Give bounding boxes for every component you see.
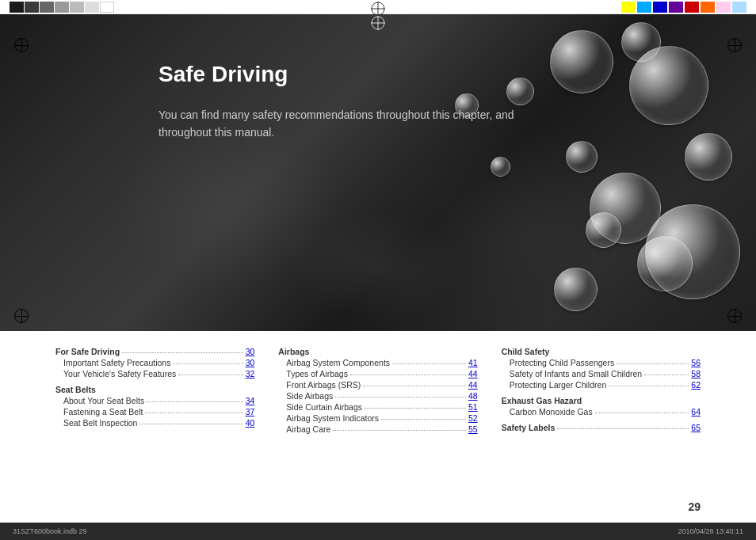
toc-page-safety-precautions[interactable]: 30: [246, 358, 255, 367]
toc-label-airbag-indicators: Airbag System Indicators: [286, 413, 379, 423]
toc-dots: [557, 428, 689, 429]
crosshair-hero-top: [371, 16, 385, 33]
red-swatch: [685, 2, 699, 13]
hero-section: Safe Driving You can find many safety re…: [0, 14, 756, 331]
toc-dots: [122, 352, 243, 353]
toc-item-infants-small-children: Safety of Infants and Small Children 58: [502, 369, 701, 378]
page-wrapper: Safe Driving You can find many safety re…: [0, 0, 756, 540]
footer-left-text: 31SZT600book.indb 29: [13, 527, 87, 535]
lighter-gray-swatch: [70, 2, 84, 13]
toc-section-exhaust-gas: Exhaust Gas Hazard: [502, 396, 701, 405]
toc-page-protecting-child[interactable]: 56: [691, 358, 701, 367]
toc-item-side-airbags: Side Airbags 48: [278, 391, 477, 401]
yellow-swatch: [621, 2, 636, 13]
bottom-section: For Safe Driving 30 Important Safety Pre…: [0, 331, 756, 523]
reg-mark-top-right: [727, 38, 742, 52]
toc-page-side-curtain-airbags[interactable]: 51: [468, 402, 478, 412]
orange-swatch: [701, 2, 715, 13]
color-bar-right: [618, 0, 750, 14]
toc-item-safety-precautions: Important Safety Precautions 30: [55, 358, 254, 367]
toc-column-1: For Safe Driving 30 Important Safety Pre…: [55, 347, 254, 435]
toc-section-safe-driving: For Safe Driving 30: [55, 347, 254, 356]
toc-dots: [335, 397, 466, 397]
toc-section-child-safety: Child Safety: [502, 347, 701, 356]
toc-page-airbag-components[interactable]: 41: [468, 358, 478, 367]
dark-gray-swatch: [25, 2, 39, 13]
toc-page-safe-driving[interactable]: 30: [246, 347, 255, 356]
toc-label-protecting-child: Protecting Child Passengers: [510, 358, 615, 367]
toc-label-types-airbags: Types of Airbags: [286, 369, 348, 378]
toc-page-safety-labels[interactable]: 65: [691, 423, 701, 432]
toc-page-types-airbags[interactable]: 44: [468, 369, 478, 378]
bubble-8: [586, 212, 621, 248]
toc-page-infants-small-children[interactable]: 58: [691, 369, 701, 378]
bubble-6: [566, 141, 598, 173]
toc-item-about-seat-belts: About Your Seat Belts 34: [55, 396, 254, 405]
toc-dots: [381, 419, 466, 420]
toc-page-about-seat-belts[interactable]: 34: [246, 396, 255, 405]
toc-section-seat-belts: Seat Belts: [55, 385, 254, 394]
pink-swatch: [716, 2, 731, 13]
page-number: 29: [688, 500, 701, 513]
toc-page-carbon-monoxide[interactable]: 64: [691, 407, 701, 416]
footer-bar: 31SZT600book.indb 29 2010/04/28 13:40:11: [0, 523, 756, 540]
toc-page-safety-features[interactable]: 32: [246, 369, 255, 378]
bubble-11: [491, 157, 510, 177]
medium-gray-swatch: [40, 2, 54, 13]
cyan-swatch: [637, 2, 651, 13]
toc-heading-airbags: Airbags: [278, 347, 309, 356]
top-strip: [0, 0, 756, 14]
toc-column-3: Child Safety Protecting Child Passengers…: [502, 347, 701, 435]
toc-heading-exhaust-gas: Exhaust Gas Hazard: [502, 396, 582, 405]
light-gray-swatch: [55, 2, 69, 13]
lightest-gray-swatch: [85, 2, 99, 13]
reg-mark-bottom-right: [727, 309, 742, 323]
blue-swatch: [653, 2, 667, 13]
hero-content: Safe Driving You can find many safety re…: [158, 62, 708, 142]
toc-dots: [147, 401, 242, 402]
toc-dots: [178, 375, 242, 375]
toc-page-front-airbags[interactable]: 44: [468, 380, 478, 390]
toc-heading-safety-labels: Safety Labels: [502, 423, 556, 432]
toc-item-larger-children: Protecting Larger Children 62: [502, 380, 701, 390]
toc-label-seat-belt-inspection: Seat Belt Inspection: [63, 418, 137, 428]
reg-mark-bottom-left: [14, 309, 29, 323]
toc-grid: For Safe Driving 30 Important Safety Pre…: [55, 347, 701, 435]
toc-page-seat-belt-inspection[interactable]: 40: [246, 418, 255, 428]
toc-label-side-airbags: Side Airbags: [286, 391, 333, 401]
toc-dots: [139, 424, 242, 424]
toc-dots: [392, 363, 466, 364]
hero-subtitle: You can find many safety recommendations…: [158, 106, 515, 142]
toc-heading-safe-driving: For Safe Driving: [55, 347, 120, 356]
toc-page-fastening-seat-belt[interactable]: 37: [246, 407, 255, 416]
white-swatch: [100, 2, 114, 13]
toc-page-side-airbags[interactable]: 48: [468, 391, 478, 401]
toc-label-safety-features: Your Vehicle's Safety Features: [63, 369, 176, 378]
toc-page-larger-children[interactable]: 62: [691, 380, 701, 390]
toc-item-side-curtain-airbags: Side Curtain Airbags 51: [278, 402, 477, 412]
reg-mark-top-left: [14, 38, 29, 52]
toc-dots: [617, 363, 689, 364]
toc-item-airbag-indicators: Airbag System Indicators 52: [278, 413, 477, 423]
toc-item-fastening-seat-belt: Fastening a Seat Belt 37: [55, 407, 254, 416]
toc-item-carbon-monoxide: Carbon Monoxide Gas 64: [502, 407, 701, 416]
toc-heading-child-safety: Child Safety: [502, 347, 550, 356]
toc-section-airbags: Airbags: [278, 347, 477, 356]
toc-page-airbag-indicators[interactable]: 52: [468, 413, 478, 423]
toc-item-seat-belt-inspection: Seat Belt Inspection 40: [55, 418, 254, 428]
toc-label-about-seat-belts: About Your Seat Belts: [63, 396, 144, 405]
bubble-13: [645, 204, 740, 299]
toc-dots: [173, 363, 242, 364]
toc-label-safety-precautions: Important Safety Precautions: [63, 358, 170, 367]
purple-swatch: [669, 2, 683, 13]
black-swatch: [10, 2, 24, 13]
toc-page-airbag-care[interactable]: 55: [468, 424, 478, 434]
footer-right-text: 2010/04/28 13:40:11: [678, 527, 743, 535]
toc-dots: [595, 413, 689, 413]
toc-label-front-airbags: Front Airbags (SRS): [286, 380, 361, 390]
toc-label-carbon-monoxide: Carbon Monoxide Gas: [510, 407, 593, 416]
toc-dots: [609, 386, 689, 386]
toc-label-infants-small-children: Safety of Infants and Small Children: [510, 369, 643, 378]
toc-item-airbag-care: Airbag Care 55: [278, 424, 477, 434]
toc-dots: [145, 413, 242, 413]
